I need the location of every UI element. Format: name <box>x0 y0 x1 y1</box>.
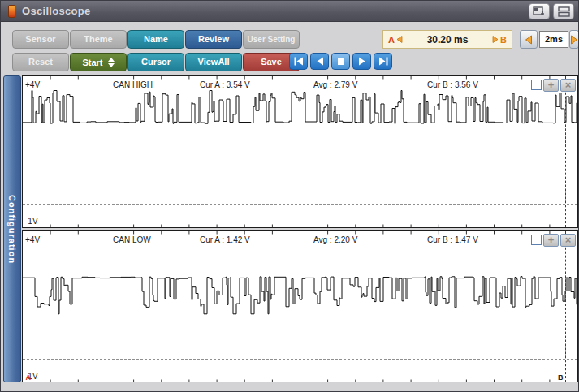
timebase-left-arrow-icon <box>525 35 533 45</box>
review-button[interactable]: Review <box>185 30 242 49</box>
expand-channel-button[interactable]: + <box>543 79 559 92</box>
cursor-b-marker: B <box>500 35 507 45</box>
close-channel-button[interactable]: × <box>560 234 576 247</box>
add-window-button[interactable] <box>529 3 550 19</box>
cursor-b-value: Cur B : 3.56 V <box>427 80 478 89</box>
step-back-button[interactable] <box>310 53 329 70</box>
play-button[interactable] <box>352 53 371 70</box>
scope-panel-can-high: +4V CAN HIGH Cur A : 3.54 V Avg : 2.79 V… <box>22 75 578 228</box>
add-window-icon <box>533 6 546 17</box>
start-button-label: Start <box>82 58 102 67</box>
channel-select-checkbox[interactable] <box>531 235 542 245</box>
go-to-start-button[interactable] <box>289 53 308 70</box>
cursor-time-readout: A 30.20 ms B <box>382 30 512 49</box>
timebase-value[interactable]: 2ms <box>539 31 568 48</box>
stop-button[interactable] <box>331 53 350 70</box>
cursor-a-value: Cur A : 3.54 V <box>200 80 250 89</box>
sensor-button[interactable]: Sensor <box>12 30 69 49</box>
scope-panel-can-low: +4V CAN LOW Cur A : 1.42 V Avg : 2.20 V … <box>22 230 578 383</box>
channel-name: CAN LOW <box>113 235 151 244</box>
right-arrow-icon <box>492 36 499 43</box>
user-setting-button[interactable]: User Setting <box>243 30 300 49</box>
channel-select-checkbox[interactable] <box>531 80 542 90</box>
oscilloscope-window: Oscilloscope Sensor Theme Name Review Us… <box>0 0 579 392</box>
average-value: Avg : 2.79 V <box>313 80 357 89</box>
timebase-decrease-button[interactable] <box>520 30 538 49</box>
cursor-a-tag: A <box>25 373 31 381</box>
scale-top-label: +4V <box>25 80 40 89</box>
scale-bottom-label: -1V <box>25 217 38 226</box>
cursor-b-value: Cur B : 1.47 V <box>427 235 478 244</box>
play-icon <box>357 57 367 66</box>
ref-line-minus1v <box>23 204 577 205</box>
cursor-b-tag: B <box>558 373 564 381</box>
start-updown-icon <box>108 58 115 67</box>
configuration-tab-label: Configuration <box>7 195 17 264</box>
window-title: Oscilloscope <box>22 5 91 17</box>
timebase-increase-button[interactable] <box>569 30 579 49</box>
go-to-start-icon <box>293 57 305 66</box>
reset-button[interactable]: Reset <box>12 53 69 71</box>
playback-controls <box>289 53 392 70</box>
go-to-end-button[interactable] <box>374 53 392 70</box>
ref-line-minus1v <box>23 359 577 360</box>
start-button[interactable]: Start <box>70 53 127 71</box>
viewall-button[interactable]: ViewAll <box>185 53 242 71</box>
toolbar: Sensor Theme Name Review User Setting Re… <box>1 23 578 72</box>
bottom-strip <box>1 382 578 391</box>
cursor-a-line[interactable] <box>32 231 32 382</box>
app-icon <box>8 5 15 18</box>
step-back-icon <box>315 57 325 66</box>
timebase-right-arrow-icon <box>570 35 578 45</box>
channel-name: CAN HIGH <box>113 80 153 89</box>
scale-top-label: +4V <box>25 235 40 244</box>
waveform-can-high <box>23 76 577 227</box>
cursor-button[interactable]: Cursor <box>127 53 184 71</box>
average-value: Avg : 2.20 V <box>313 235 357 244</box>
waveform-can-low <box>23 231 577 382</box>
theme-button[interactable]: Theme <box>70 30 127 49</box>
tile-windows-icon <box>558 6 570 17</box>
cursor-a-marker: A <box>388 35 395 45</box>
configuration-tab[interactable]: Configuration <box>3 75 21 383</box>
titlebar: Oscilloscope <box>1 1 578 22</box>
tile-windows-button[interactable] <box>553 3 574 19</box>
cursor-a-line[interactable] <box>32 76 32 227</box>
close-channel-button[interactable]: × <box>560 79 576 92</box>
cursor-a-value: Cur A : 1.42 V <box>200 235 250 244</box>
stop-icon <box>337 58 345 66</box>
cursor-b-line[interactable] <box>565 76 566 227</box>
expand-channel-button[interactable]: + <box>543 234 559 247</box>
cursor-b-line[interactable] <box>565 231 566 382</box>
name-button[interactable]: Name <box>127 30 184 49</box>
go-to-end-icon <box>378 57 389 66</box>
left-arrow-icon <box>396 36 403 43</box>
cursor-delta-time: 30.20 ms <box>427 34 469 45</box>
